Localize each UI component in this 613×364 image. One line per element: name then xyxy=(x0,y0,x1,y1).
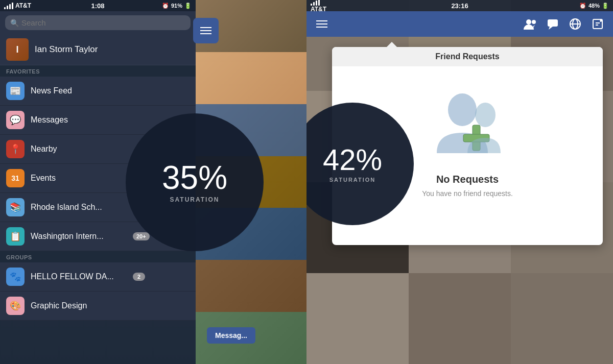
phone-left: AT&T 1:08 ⏰ 91% 🔋 🔍 I Ian Storm Taylor F… xyxy=(0,0,306,364)
chat-icon[interactable] xyxy=(544,15,562,33)
time-left: 1:08 xyxy=(91,2,104,10)
right-toolbar xyxy=(306,11,613,37)
washington-badge: 20+ xyxy=(133,232,150,240)
battery-percent-right: 48% xyxy=(588,3,600,9)
battery-icon-right: 🔋 xyxy=(602,3,609,9)
nearby-icon: 📍 xyxy=(6,140,25,158)
saturation-percent-left: 35% xyxy=(162,161,227,194)
messages-icon: 💬 xyxy=(6,111,25,129)
alarm-icon: ⏰ xyxy=(162,3,169,9)
photo-cell-6 xyxy=(196,260,306,312)
status-bar-right: AT&T 23:16 ⏰ 48% 🔋 xyxy=(306,0,613,11)
user-avatar: I xyxy=(6,38,29,61)
no-requests-subtitle: You have no friend requests. xyxy=(422,189,513,198)
battery-percent-left: 91% xyxy=(171,3,182,9)
svg-rect-2 xyxy=(548,19,558,27)
carrier-info-right: AT&T xyxy=(311,0,326,13)
nav-label-ri-school: Rhode Island Sch... xyxy=(31,203,133,212)
svg-marker-3 xyxy=(549,27,553,30)
add-friend-icon xyxy=(427,87,508,158)
no-requests-title: No Requests xyxy=(436,174,499,185)
bg-photo-12 xyxy=(511,273,613,364)
signal-bars xyxy=(4,3,13,9)
events-icon: 31 xyxy=(6,169,25,187)
battery-icon-left: 🔋 xyxy=(184,3,192,9)
nav-label-graphic-design: Graphic Design xyxy=(31,301,190,310)
news-feed-icon: 📰 xyxy=(6,82,25,100)
phone-right: AT&T 23:16 ⏰ 48% 🔋 xyxy=(306,0,613,364)
svg-point-1 xyxy=(532,20,536,24)
search-wrapper: 🔍 xyxy=(5,15,191,30)
nav-item-hello[interactable]: 🐾 HELLO FELLOW DA... 2 xyxy=(0,262,196,292)
ri-school-icon: 📚 xyxy=(6,198,25,216)
battery-info-left: ⏰ 91% 🔋 xyxy=(162,3,192,9)
toolbar-icons-right xyxy=(521,15,607,33)
hello-badge: 2 xyxy=(133,273,145,281)
popup-arrow xyxy=(386,42,398,48)
saturation-label-right: SATURATION xyxy=(329,177,375,183)
svg-point-10 xyxy=(448,93,477,126)
nav-label-news-feed: News Feed xyxy=(31,86,190,95)
hello-icon: 🐾 xyxy=(6,268,25,286)
photo-cell-2 xyxy=(196,52,306,104)
alarm-icon-right: ⏰ xyxy=(579,3,586,9)
nav-item-graphic-design[interactable]: 🎨 Graphic Design xyxy=(0,292,196,321)
battery-info-right: ⏰ 48% 🔋 xyxy=(579,3,609,9)
carrier-name: AT&T xyxy=(15,2,31,9)
popup-header: Friend Requests xyxy=(332,47,603,66)
signal-bars-right xyxy=(311,0,326,6)
search-input[interactable] xyxy=(5,15,191,30)
carrier-info: AT&T xyxy=(4,2,31,9)
svg-point-13 xyxy=(475,103,496,127)
user-name: Ian Storm Taylor xyxy=(35,44,98,55)
popup-title: Friend Requests xyxy=(435,52,499,61)
saturation-circle-left: 35% SATURATION xyxy=(126,113,264,251)
hamburger-button-right[interactable] xyxy=(313,15,331,33)
hamburger-icon-right xyxy=(316,20,327,28)
favorites-label: FAVORITES xyxy=(0,65,196,77)
nav-item-news-feed[interactable]: 📰 News Feed xyxy=(0,77,196,106)
user-avatar-img: I xyxy=(6,38,29,61)
washington-icon: 📋 xyxy=(6,227,25,246)
compose-icon[interactable] xyxy=(588,15,607,33)
saturation-label-left: SATURATION xyxy=(170,196,220,203)
nav-label-washington: Washington Intern... xyxy=(31,232,133,241)
nav-label-hello: HELLO FELLOW DA... xyxy=(31,272,133,281)
hamburger-button-left[interactable] xyxy=(193,18,219,43)
saturation-percent-right: 42% xyxy=(323,145,382,175)
hamburger-icon-left xyxy=(200,27,211,34)
status-bar-left: AT&T 1:08 ⏰ 91% 🔋 xyxy=(0,0,196,11)
friends-icon[interactable] xyxy=(521,15,539,33)
svg-point-0 xyxy=(526,19,531,25)
time-right: 23:16 xyxy=(451,2,468,10)
groups-label: GROUPS xyxy=(0,251,196,262)
graphic-design-icon: 🎨 xyxy=(6,297,25,315)
bg-photo-10 xyxy=(306,273,409,364)
search-bar: 🔍 xyxy=(0,11,196,34)
user-row[interactable]: I Ian Storm Taylor xyxy=(0,34,196,65)
globe-icon[interactable] xyxy=(566,15,584,33)
message-button[interactable]: Messag... xyxy=(207,327,255,344)
bg-photo-11 xyxy=(409,273,511,364)
